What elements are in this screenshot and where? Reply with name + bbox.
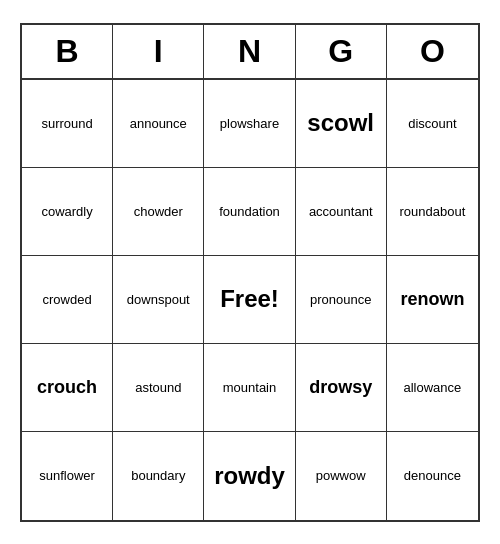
bingo-cell: foundation bbox=[204, 168, 295, 256]
bingo-cell: renown bbox=[387, 256, 478, 344]
bingo-cell: denounce bbox=[387, 432, 478, 520]
bingo-cell: crowded bbox=[22, 256, 113, 344]
bingo-cell: plowshare bbox=[204, 80, 295, 168]
header-letter: B bbox=[22, 25, 113, 78]
bingo-cell: roundabout bbox=[387, 168, 478, 256]
bingo-grid: surroundannounceplowsharescowldiscountco… bbox=[22, 80, 478, 520]
bingo-cell: pronounce bbox=[296, 256, 387, 344]
bingo-cell: drowsy bbox=[296, 344, 387, 432]
header-letter: I bbox=[113, 25, 204, 78]
bingo-header: BINGO bbox=[22, 25, 478, 80]
bingo-cell: mountain bbox=[204, 344, 295, 432]
bingo-cell: accountant bbox=[296, 168, 387, 256]
bingo-cell: rowdy bbox=[204, 432, 295, 520]
bingo-cell: announce bbox=[113, 80, 204, 168]
bingo-cell: astound bbox=[113, 344, 204, 432]
bingo-cell: scowl bbox=[296, 80, 387, 168]
bingo-card: BINGO surroundannounceplowsharescowldisc… bbox=[20, 23, 480, 522]
bingo-cell: downspout bbox=[113, 256, 204, 344]
bingo-cell: crouch bbox=[22, 344, 113, 432]
bingo-cell: allowance bbox=[387, 344, 478, 432]
header-letter: O bbox=[387, 25, 478, 78]
bingo-cell: cowardly bbox=[22, 168, 113, 256]
bingo-cell: powwow bbox=[296, 432, 387, 520]
bingo-cell: chowder bbox=[113, 168, 204, 256]
bingo-cell: boundary bbox=[113, 432, 204, 520]
bingo-cell: surround bbox=[22, 80, 113, 168]
bingo-cell: sunflower bbox=[22, 432, 113, 520]
bingo-cell: discount bbox=[387, 80, 478, 168]
bingo-cell: Free! bbox=[204, 256, 295, 344]
header-letter: N bbox=[204, 25, 295, 78]
header-letter: G bbox=[296, 25, 387, 78]
